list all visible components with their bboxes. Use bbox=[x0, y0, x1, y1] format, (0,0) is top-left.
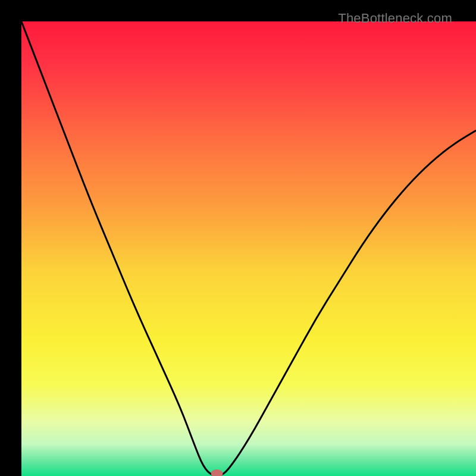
chart-canvas bbox=[21, 21, 476, 476]
gradient-background bbox=[21, 21, 476, 476]
watermark-text: TheBottleneck.com bbox=[338, 11, 452, 26]
chart-frame: TheBottleneck.com bbox=[0, 0, 476, 476]
